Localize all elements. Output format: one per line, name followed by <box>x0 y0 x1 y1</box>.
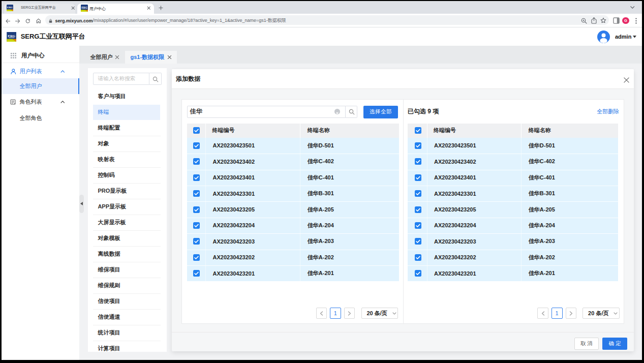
svg-text:ERG: ERG <box>8 34 15 38</box>
svg-text:ERG: ERG <box>7 6 13 9</box>
svg-text:ERG: ERG <box>81 6 88 9</box>
